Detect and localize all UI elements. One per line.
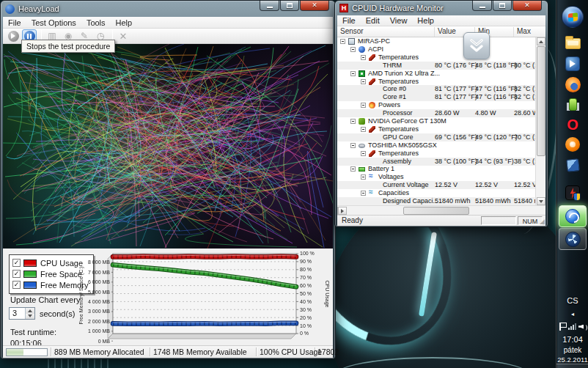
sensor-label: Current Voltage bbox=[383, 181, 429, 189]
status-ready: Ready bbox=[342, 216, 363, 224]
sensor-row[interactable]: Capacities bbox=[337, 189, 537, 197]
opera[interactable]: O bbox=[559, 114, 587, 136]
clock-day[interactable]: pátek bbox=[556, 346, 588, 354]
spin-down-button[interactable] bbox=[26, 314, 34, 320]
green-utility[interactable] bbox=[559, 93, 587, 115]
action-center-flag-icon[interactable] bbox=[559, 323, 566, 331]
status-free-space: 17802 bbox=[317, 347, 339, 356]
scroll-down-arrow[interactable] bbox=[537, 197, 545, 205]
svg-text:90 %: 90 % bbox=[300, 259, 312, 264]
menu-test-options[interactable]: Test Options bbox=[26, 18, 81, 28]
sensor-row[interactable]: MIRAS-PC bbox=[337, 37, 537, 45]
media-player[interactable] bbox=[559, 53, 587, 75]
scroll-thumb[interactable] bbox=[537, 46, 545, 156]
vertical-scrollbar[interactable] bbox=[535, 37, 545, 205]
checkbox-checked-icon[interactable]: ✓ bbox=[12, 270, 21, 278]
tree-expander-icon[interactable] bbox=[361, 127, 366, 132]
tree-expander-icon[interactable] bbox=[350, 143, 356, 148]
checkbox-checked-icon[interactable]: ✓ bbox=[12, 259, 21, 267]
checkbox-checked-icon[interactable]: ✓ bbox=[12, 281, 21, 289]
avast[interactable] bbox=[559, 133, 587, 155]
scroll-up-arrow[interactable] bbox=[537, 37, 545, 45]
sensor-row[interactable]: Temperatures bbox=[337, 125, 537, 133]
minimize-button[interactable] bbox=[472, 1, 492, 11]
network-signal-icon[interactable] bbox=[568, 323, 576, 330]
menu-tools[interactable]: Tools bbox=[81, 18, 111, 28]
sensor-row[interactable]: Core #081 °C (177 °F)47 °C (116 °F)82 °C… bbox=[337, 85, 537, 93]
sensor-label: Powers bbox=[378, 101, 400, 109]
close-test-button[interactable]: ✕ bbox=[116, 29, 131, 43]
clock-time[interactable]: 17:04 bbox=[556, 335, 588, 344]
cpu-icon bbox=[359, 70, 365, 77]
sensor-row[interactable]: Core #181 °C (177 °F)47 °C (116 °F)82 °C… bbox=[337, 93, 537, 101]
sensor-row[interactable]: Battery 1 bbox=[337, 165, 537, 173]
heavyload-statusbar: 889 MB Memory Allocated 1748 MB Memory A… bbox=[3, 345, 333, 358]
clock-date[interactable]: 25.2.2011 bbox=[556, 356, 588, 364]
sensor-label: Capacities bbox=[378, 189, 409, 197]
tree-expander-icon[interactable] bbox=[361, 55, 366, 60]
show-desktop-button[interactable] bbox=[556, 364, 588, 368]
sensor-row[interactable]: Assembly38 °C (100 °F)34 °C (93 °F)38 °C… bbox=[337, 158, 537, 166]
menu-help[interactable]: Help bbox=[412, 15, 439, 26]
tree-expander-icon[interactable] bbox=[350, 71, 356, 76]
tree-expander-icon[interactable] bbox=[361, 79, 366, 84]
sensor-row[interactable]: THRM80 °C (176 °F)48 °C (118 °F)80 °C (1… bbox=[337, 62, 537, 70]
interval-spinner[interactable]: 3 bbox=[9, 307, 35, 320]
start-test-button[interactable] bbox=[6, 29, 21, 43]
tree-expander-icon[interactable] bbox=[361, 191, 366, 196]
tree-expander-icon[interactable] bbox=[361, 103, 366, 108]
sensor-row[interactable]: Temperatures bbox=[337, 150, 537, 158]
svg-text:6 000 MB: 6 000 MB bbox=[88, 279, 110, 284]
maximize-button[interactable] bbox=[280, 1, 299, 11]
show-hidden-icons-button[interactable]: ◂ bbox=[556, 311, 588, 317]
close-button[interactable]: ✕ bbox=[300, 1, 329, 11]
firefox-icon bbox=[565, 77, 581, 92]
column-max[interactable]: Max bbox=[514, 27, 547, 37]
tree-expander-icon[interactable] bbox=[340, 39, 345, 44]
sensor-row[interactable]: TOSHIBA MK5055GSX bbox=[337, 141, 537, 150]
sensor-label: Temperatures bbox=[378, 150, 419, 158]
sensor-row[interactable]: Current Voltage12.52 V12.52 V12.52 V bbox=[337, 181, 537, 189]
svg-text:0 %: 0 % bbox=[300, 331, 309, 336]
start-button[interactable] bbox=[559, 4, 587, 29]
heavyload-running[interactable] bbox=[559, 205, 587, 227]
column-sensor[interactable]: Sensor bbox=[337, 27, 435, 37]
sensor-row[interactable]: Temperatures bbox=[337, 54, 537, 62]
tree-expander-icon[interactable] bbox=[361, 174, 366, 180]
sensor-row[interactable]: Powers bbox=[337, 101, 537, 109]
firefox[interactable] bbox=[559, 73, 587, 95]
close-button[interactable]: ✕ bbox=[512, 1, 542, 11]
menu-help[interactable]: Help bbox=[111, 18, 138, 28]
sensor-row[interactable]: Processor28.60 W4.80 W28.60 W bbox=[337, 109, 537, 117]
menu-view[interactable]: View bbox=[385, 15, 413, 26]
volume-speaker-icon[interactable] bbox=[578, 323, 587, 331]
tree-expander-icon[interactable] bbox=[350, 166, 356, 172]
blue-app[interactable] bbox=[559, 154, 587, 176]
menu-file[interactable]: File bbox=[3, 18, 26, 28]
sensor-row[interactable]: AMD Turion X2 Ultra Z... bbox=[337, 70, 537, 78]
menu-edit[interactable]: Edit bbox=[361, 15, 385, 26]
spin-up-button[interactable] bbox=[26, 308, 34, 314]
tree-expander-icon[interactable] bbox=[361, 151, 366, 156]
language-indicator[interactable]: CS bbox=[556, 296, 588, 305]
tree-expander-icon[interactable] bbox=[350, 47, 356, 52]
menu-file[interactable]: File bbox=[337, 15, 361, 26]
minimize-button[interactable] bbox=[260, 1, 279, 11]
scroll-thumb[interactable] bbox=[403, 207, 469, 215]
horizontal-scrollbar[interactable] bbox=[337, 205, 545, 215]
flash-tool[interactable] bbox=[559, 182, 587, 204]
hwmonitor-running[interactable] bbox=[559, 228, 587, 250]
windows-explorer[interactable] bbox=[559, 32, 587, 54]
sensor-row[interactable]: ACPI bbox=[337, 45, 537, 54]
sensor-row[interactable]: NVIDIA GeForce GT 130M bbox=[337, 117, 537, 125]
sensor-row[interactable]: Designed Capaci..51840 mWh51840 mWh51840… bbox=[337, 197, 537, 205]
resize-grip[interactable]: ◢ bbox=[540, 218, 545, 225]
legend-swatch bbox=[23, 281, 37, 289]
tree-expander-icon[interactable] bbox=[350, 119, 356, 124]
sensor-row[interactable]: GPU Core69 °C (156 °F)49 °C (120 °F)70 °… bbox=[337, 133, 537, 141]
sensor-row[interactable]: Voltages bbox=[337, 173, 537, 181]
maximize-button[interactable] bbox=[493, 1, 512, 11]
scroll-right-arrow[interactable] bbox=[338, 207, 347, 215]
temperature-icon bbox=[369, 78, 375, 85]
sensor-row[interactable]: Temperatures bbox=[337, 78, 537, 86]
